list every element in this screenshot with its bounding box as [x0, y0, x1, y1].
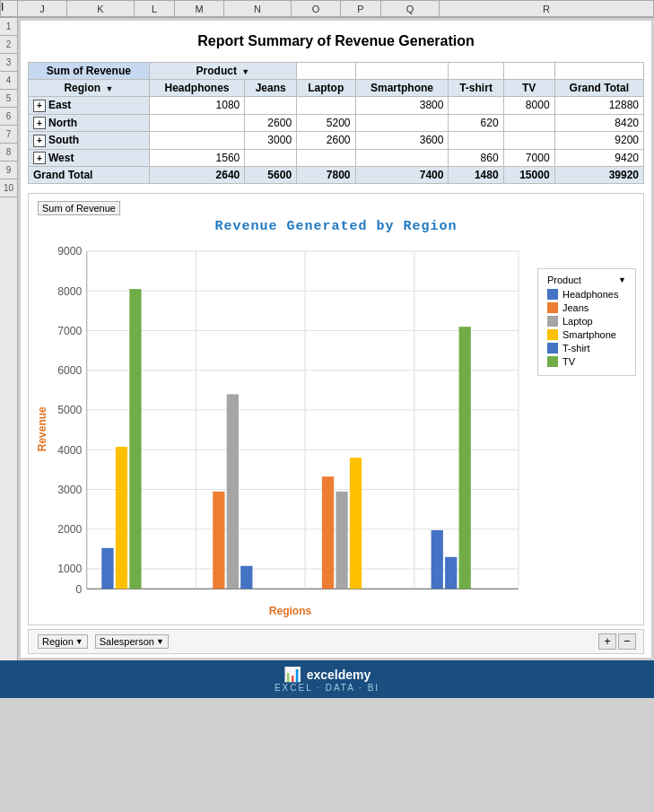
- pivot-sub-header: Region ▼ Headphones Jeans Laptop Smartph…: [29, 80, 644, 97]
- empty-cell-5: [554, 63, 643, 80]
- pivot-table: Sum of Revenue Product ▼ Region ▼: [28, 62, 644, 184]
- north-tshirt-bar: [240, 566, 252, 589]
- west-label: +West: [29, 149, 150, 167]
- legend-item-laptop: Laptop: [547, 316, 626, 327]
- chart-filter-bar: Sum of Revenue: [36, 201, 636, 215]
- north-expand-btn[interactable]: +: [33, 117, 46, 129]
- gt-smartphone: 7400: [355, 167, 449, 184]
- table-row: +North 2600 5200 620 8420: [29, 114, 644, 132]
- svg-text:West: West: [441, 597, 467, 598]
- east-smartphone-bar: [116, 447, 127, 589]
- east-tv-bar: [129, 289, 141, 589]
- grand-total-row: Grand Total 2640 5600 7800 7400 1480 150…: [29, 167, 644, 184]
- empty-cell-3: [449, 63, 503, 80]
- table-row: +West 1560 860 7000 9420: [29, 149, 644, 167]
- empty-cell-4: [503, 63, 554, 80]
- row-numbers: 1 2 3 4 5 6 7 8 9 10: [0, 18, 18, 660]
- col-l: L: [135, 0, 175, 17]
- region-bottom-arrow[interactable]: ▼: [75, 637, 83, 646]
- east-expand-btn[interactable]: +: [33, 100, 46, 112]
- south-expand-btn[interactable]: +: [33, 135, 46, 147]
- region-filter-btn[interactable]: Region ▼: [38, 634, 88, 649]
- south-smartphone-bar: [350, 458, 362, 589]
- empty-cell-1: [297, 63, 355, 80]
- plus-btn[interactable]: +: [598, 633, 616, 650]
- north-headphones: [149, 114, 245, 132]
- svg-text:5000: 5000: [57, 404, 82, 416]
- gt-tshirt: 1480: [449, 167, 503, 184]
- west-laptop: [297, 149, 355, 167]
- north-laptop-bar: [227, 394, 239, 589]
- region-filter-arrow[interactable]: ▼: [105, 84, 113, 93]
- tv-header: TV: [503, 80, 554, 97]
- gt-laptop: 7800: [297, 167, 355, 184]
- column-headers: I J K L M N O P Q R: [0, 0, 654, 18]
- tv-legend-label: TV: [562, 356, 575, 367]
- chart-container: Sum of Revenue Revenue Generated by Regi…: [28, 193, 644, 625]
- north-smartphone: [355, 114, 449, 132]
- svg-text:4000: 4000: [57, 444, 82, 457]
- svg-text:3000: 3000: [57, 484, 82, 496]
- table-row: +South 3000 2600 3600 9200: [29, 132, 644, 150]
- headphones-legend-label: Headphones: [562, 289, 618, 300]
- region-header[interactable]: Region ▼: [29, 80, 150, 97]
- tv-legend-color: [547, 356, 558, 367]
- north-tshirt: 620: [449, 114, 503, 132]
- south-laptop-bar: [336, 492, 347, 589]
- tshirt-legend-color: [547, 343, 558, 354]
- east-headphones: 1080: [149, 97, 245, 115]
- product-filter-cell[interactable]: Product ▼: [149, 63, 296, 80]
- salesperson-filter-label: Salesperson: [100, 636, 154, 647]
- product-filter-arrow[interactable]: ▼: [241, 67, 249, 76]
- east-smartphone: 3800: [355, 97, 449, 115]
- legend-item-tshirt: T-shirt: [547, 343, 626, 354]
- salesperson-filter-btn[interactable]: Salesperson ▼: [95, 634, 169, 649]
- south-headphones: [149, 132, 245, 150]
- chart-svg: 9000 8000 7000 6000 5000 4000 3000 2000 …: [52, 241, 528, 598]
- north-jeans: 2600: [245, 114, 297, 132]
- col-q: Q: [381, 0, 440, 17]
- gt-headphones: 2640: [149, 167, 245, 184]
- north-jeans-bar: [213, 492, 224, 589]
- south-jeans: 3000: [245, 132, 297, 150]
- col-o: O: [292, 0, 341, 17]
- corner-cell: I: [0, 0, 18, 17]
- svg-text:7000: 7000: [57, 325, 82, 337]
- sum-revenue-filter-btn[interactable]: Sum of Revenue: [38, 201, 120, 215]
- east-laptop: [297, 97, 355, 115]
- south-label: +South: [29, 132, 150, 150]
- salesperson-bottom-arrow[interactable]: ▼: [156, 637, 164, 646]
- west-jeans: [245, 149, 297, 167]
- west-expand-btn[interactable]: +: [33, 152, 46, 164]
- minus-btn[interactable]: −: [618, 633, 636, 650]
- north-laptop: 5200: [297, 114, 355, 132]
- x-axis-label: Regions: [52, 605, 528, 617]
- legend-item-headphones: Headphones: [547, 289, 626, 300]
- smartphone-legend-label: Smartphone: [562, 329, 616, 340]
- south-jeans-bar: [322, 476, 334, 589]
- jeans-legend-color: [547, 302, 558, 313]
- bottom-bar: Region ▼ Salesperson ▼ + −: [28, 629, 644, 654]
- svg-text:South: South: [330, 597, 359, 598]
- chart-plot: 9000 8000 7000 6000 5000 4000 3000 2000 …: [52, 241, 528, 617]
- tshirt-header: T-shirt: [449, 80, 503, 97]
- east-jeans: [245, 97, 297, 115]
- west-tshirt: 860: [449, 149, 503, 167]
- legend-title[interactable]: Product ▼: [547, 275, 626, 285]
- legend-filter-arrow[interactable]: ▼: [618, 275, 626, 284]
- legend-title-text: Product: [547, 275, 581, 285]
- bottom-buttons: + −: [598, 633, 636, 650]
- east-total: 12880: [554, 97, 643, 115]
- svg-text:North: North: [222, 597, 249, 598]
- spreadsheet-bg: I J K L M N O P Q R 1 2 3 4 5 6 7 8 9 10…: [0, 0, 654, 812]
- filter-label-text: Sum of Revenue: [42, 203, 116, 214]
- y-axis-label: Revenue: [36, 241, 48, 617]
- south-laptop: 2600: [297, 132, 355, 150]
- west-tv-bar: [459, 327, 471, 589]
- col-k: K: [67, 0, 135, 17]
- product-label: Product: [196, 65, 237, 77]
- south-tv: [503, 132, 554, 150]
- jeans-legend-label: Jeans: [562, 302, 589, 313]
- west-total: 9420: [554, 149, 643, 167]
- svg-text:East: East: [118, 597, 140, 598]
